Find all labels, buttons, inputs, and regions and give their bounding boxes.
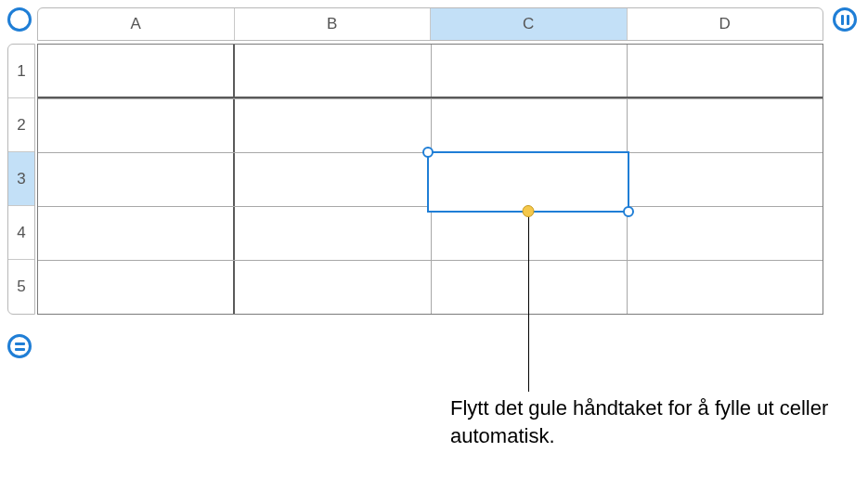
cell-a1[interactable] — [38, 45, 235, 97]
column-header-c[interactable]: C — [431, 8, 628, 40]
cell-d4[interactable] — [628, 207, 823, 260]
column-headers: A B C D — [37, 7, 823, 41]
selection-handle-top-left[interactable] — [422, 147, 434, 158]
add-column-handle[interactable] — [833, 7, 857, 32]
table-row — [38, 45, 823, 98]
row-header-4[interactable]: 4 — [8, 206, 34, 260]
cell-a4[interactable] — [38, 207, 235, 260]
table-select-all-handle[interactable] — [7, 7, 32, 32]
cell-c1[interactable] — [432, 45, 628, 97]
table-row — [38, 98, 823, 152]
selection-handle-bottom-right[interactable] — [623, 206, 634, 217]
cell-a3[interactable] — [38, 153, 235, 206]
cell-b4[interactable] — [235, 207, 431, 260]
row-header-2[interactable]: 2 — [8, 98, 34, 152]
cell-selection[interactable] — [427, 151, 629, 213]
cell-b2[interactable] — [235, 99, 431, 152]
cell-d3[interactable] — [628, 153, 823, 206]
column-header-a[interactable]: A — [38, 8, 235, 40]
table-row — [38, 206, 823, 260]
callout-leader-line — [528, 215, 529, 392]
autofill-handle[interactable] — [523, 205, 535, 217]
row-header-5[interactable]: 5 — [8, 260, 34, 314]
row-header-1[interactable]: 1 — [8, 45, 34, 98]
cell-d5[interactable] — [628, 261, 823, 314]
cell-b1[interactable] — [235, 45, 431, 97]
cell-a5[interactable] — [38, 261, 235, 314]
table-row — [38, 260, 823, 314]
row-header-3[interactable]: 3 — [8, 152, 34, 206]
cell-b3[interactable] — [235, 153, 431, 206]
add-row-handle[interactable] — [7, 334, 32, 358]
cell-d1[interactable] — [628, 45, 823, 97]
column-header-d[interactable]: D — [628, 8, 823, 40]
cell-b5[interactable] — [235, 261, 431, 314]
cell-c2[interactable] — [432, 99, 628, 152]
cell-a2[interactable] — [38, 99, 235, 152]
cell-c5[interactable] — [432, 261, 628, 314]
cell-d2[interactable] — [628, 99, 823, 152]
callout-text: Flytt det gule håndtaket for å fylle ut … — [450, 394, 868, 449]
row-headers: 1 2 3 4 5 — [7, 44, 35, 315]
column-header-b[interactable]: B — [235, 8, 432, 40]
